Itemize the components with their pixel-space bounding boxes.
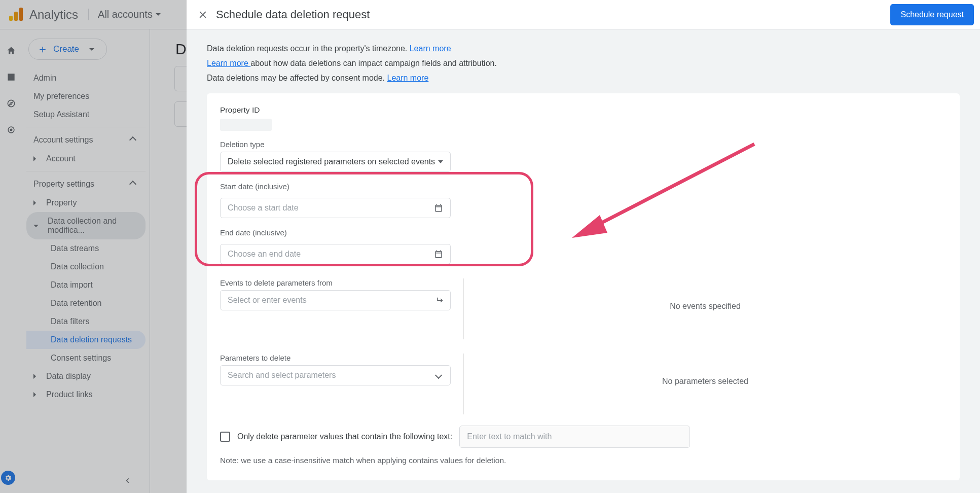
product-name: Analytics bbox=[29, 8, 78, 22]
arrow-right-icon bbox=[33, 200, 36, 205]
events-placeholder: Select or enter events bbox=[228, 296, 307, 305]
chevron-up-icon bbox=[129, 136, 136, 144]
property-id-label: Property ID bbox=[220, 105, 947, 115]
end-date-input[interactable]: Choose an end date bbox=[220, 244, 451, 264]
assist-fab-button[interactable] bbox=[1, 471, 15, 485]
contains-text-label: Only delete parameter values that contai… bbox=[237, 432, 452, 441]
events-label: Events to delete parameters from bbox=[220, 278, 457, 287]
home-icon[interactable] bbox=[6, 46, 16, 56]
params-empty-state: No parameters selected bbox=[463, 354, 947, 414]
events-empty-state: No events specified bbox=[463, 278, 947, 339]
sidebar-setup-assistant[interactable]: Setup Assistant bbox=[26, 105, 146, 124]
sidebar-data-retention[interactable]: Data retention bbox=[26, 294, 146, 312]
contains-text-checkbox[interactable] bbox=[220, 432, 230, 442]
sidebar-data-import[interactable]: Data import bbox=[26, 276, 146, 294]
sidebar-data-filters[interactable]: Data filters bbox=[26, 312, 146, 331]
params-label: Parameters to delete bbox=[220, 354, 457, 362]
arrow-right-icon bbox=[33, 392, 36, 397]
deletion-type-select[interactable]: Delete selected registered parameters on… bbox=[220, 152, 451, 172]
explore-icon[interactable] bbox=[6, 98, 16, 109]
caret-down-icon bbox=[156, 13, 161, 16]
sidebar-data-display[interactable]: Data display bbox=[26, 367, 146, 385]
learn-more-consent-link[interactable]: Learn more bbox=[387, 74, 428, 82]
property-settings-section[interactable]: Property settings bbox=[26, 174, 146, 194]
close-button[interactable] bbox=[193, 5, 213, 25]
info-text: Data deletion requests occur in the prop… bbox=[207, 42, 960, 85]
sidebar-property[interactable]: Property bbox=[26, 194, 146, 212]
account-picker-label: All accounts bbox=[98, 9, 153, 20]
end-date-placeholder: Choose an end date bbox=[228, 250, 301, 259]
reports-icon[interactable] bbox=[6, 72, 16, 82]
form-card: Property ID Deletion type Delete selecte… bbox=[207, 93, 960, 480]
schedule-request-button[interactable]: Schedule request bbox=[890, 4, 974, 25]
create-button[interactable]: ＋ Create bbox=[28, 39, 107, 60]
sidebar-product-links[interactable]: Product links bbox=[26, 385, 146, 404]
property-id-value-redacted bbox=[220, 119, 272, 131]
account-picker[interactable]: All accounts bbox=[88, 9, 161, 20]
arrow-down-icon bbox=[33, 225, 39, 227]
gear-icon bbox=[4, 474, 12, 482]
admin-sidebar: ＋ Create Admin My preferences Setup Assi… bbox=[22, 29, 150, 493]
chevron-down-icon bbox=[435, 372, 442, 379]
sidebar-account[interactable]: Account bbox=[26, 150, 146, 168]
analytics-logo-icon bbox=[9, 8, 23, 22]
caret-down-icon bbox=[89, 48, 94, 51]
account-settings-section[interactable]: Account settings bbox=[26, 130, 146, 150]
bg-main-heading: D bbox=[175, 41, 187, 58]
arrow-right-icon bbox=[33, 374, 36, 379]
learn-more-attribution-link[interactable]: Learn more bbox=[207, 59, 250, 67]
events-input[interactable]: Select or enter events ↵ bbox=[220, 290, 451, 310]
left-rail bbox=[0, 29, 22, 493]
enter-icon: ↵ bbox=[435, 295, 443, 306]
params-placeholder: Search and select parameters bbox=[228, 371, 336, 380]
deletion-type-value: Delete selected registered parameters on… bbox=[228, 157, 435, 166]
svg-point-2 bbox=[10, 129, 12, 130]
deletion-type-label: Deletion type bbox=[220, 140, 947, 149]
params-input[interactable]: Search and select parameters bbox=[220, 365, 451, 385]
caret-down-icon bbox=[438, 160, 443, 163]
calendar-icon bbox=[434, 203, 443, 213]
create-label: Create bbox=[53, 44, 79, 54]
collapse-sidebar-icon[interactable]: ‹ bbox=[126, 474, 129, 487]
calendar-icon bbox=[434, 250, 443, 259]
close-icon bbox=[197, 9, 208, 20]
sidebar-admin[interactable]: Admin bbox=[26, 69, 146, 87]
chevron-up-icon bbox=[129, 181, 136, 188]
start-date-input[interactable]: Choose a start date bbox=[220, 198, 451, 218]
sidebar-data-streams[interactable]: Data streams bbox=[26, 239, 146, 258]
dialog-title: Schedule data deletion request bbox=[216, 8, 370, 21]
sidebar-data-deletion-requests[interactable]: Data deletion requests bbox=[26, 331, 146, 349]
arrow-right-icon bbox=[33, 156, 36, 161]
end-date-label: End date (inclusive) bbox=[220, 228, 947, 237]
sidebar-data-collection[interactable]: Data collection bbox=[26, 258, 146, 276]
start-date-label: Start date (inclusive) bbox=[220, 182, 947, 191]
start-date-placeholder: Choose a start date bbox=[228, 203, 299, 213]
match-text-input[interactable]: Enter text to match with bbox=[459, 426, 690, 448]
sidebar-preferences[interactable]: My preferences bbox=[26, 87, 146, 105]
sidebar-data-collection-group[interactable]: Data collection and modifica... bbox=[26, 212, 146, 239]
advertising-icon[interactable] bbox=[6, 125, 16, 135]
note-text: Note: we use a case-insensitive match wh… bbox=[220, 456, 947, 465]
learn-more-timezone-link[interactable]: Learn more bbox=[410, 44, 451, 53]
sidebar-consent-settings[interactable]: Consent settings bbox=[26, 349, 146, 367]
schedule-deletion-dialog: Schedule data deletion request Schedule … bbox=[187, 0, 980, 493]
